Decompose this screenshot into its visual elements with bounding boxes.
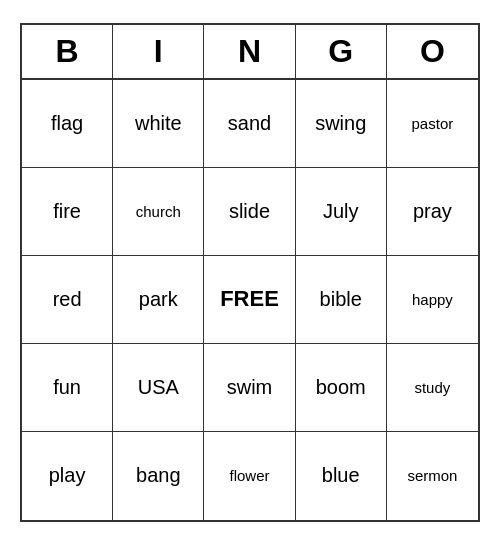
bingo-cell: happy xyxy=(387,256,478,344)
bingo-cell: swing xyxy=(296,80,387,168)
bingo-cell: July xyxy=(296,168,387,256)
bingo-cell: blue xyxy=(296,432,387,520)
bingo-cell: FREE xyxy=(204,256,295,344)
bingo-cell: study xyxy=(387,344,478,432)
bingo-cell: flag xyxy=(22,80,113,168)
bingo-card: BINGO flagwhitesandswingpastorfirechurch… xyxy=(20,23,480,522)
bingo-cell: USA xyxy=(113,344,204,432)
bingo-cell: park xyxy=(113,256,204,344)
bingo-cell: sermon xyxy=(387,432,478,520)
bingo-cell: slide xyxy=(204,168,295,256)
bingo-header-letter: N xyxy=(204,25,295,78)
bingo-cell: bible xyxy=(296,256,387,344)
bingo-header: BINGO xyxy=(22,25,478,80)
bingo-cell: flower xyxy=(204,432,295,520)
bingo-header-letter: G xyxy=(296,25,387,78)
bingo-cell: fun xyxy=(22,344,113,432)
bingo-cell: church xyxy=(113,168,204,256)
bingo-cell: boom xyxy=(296,344,387,432)
bingo-header-letter: I xyxy=(113,25,204,78)
bingo-grid: flagwhitesandswingpastorfirechurchslideJ… xyxy=(22,80,478,520)
bingo-cell: sand xyxy=(204,80,295,168)
bingo-cell: fire xyxy=(22,168,113,256)
bingo-header-letter: O xyxy=(387,25,478,78)
bingo-cell: white xyxy=(113,80,204,168)
bingo-header-letter: B xyxy=(22,25,113,78)
bingo-cell: red xyxy=(22,256,113,344)
bingo-cell: pray xyxy=(387,168,478,256)
bingo-cell: bang xyxy=(113,432,204,520)
bingo-cell: play xyxy=(22,432,113,520)
bingo-cell: swim xyxy=(204,344,295,432)
bingo-cell: pastor xyxy=(387,80,478,168)
